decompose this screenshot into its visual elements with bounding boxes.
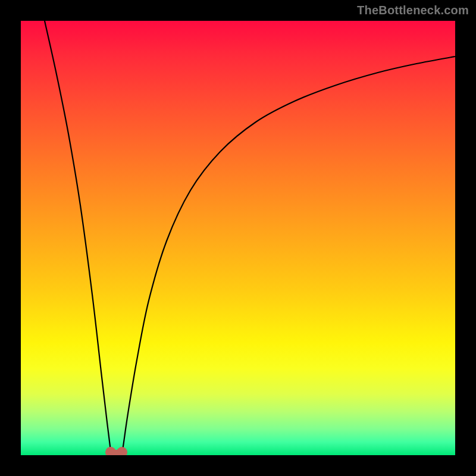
valley-marker [111, 452, 122, 455]
attribution-text: TheBottleneck.com [357, 4, 469, 17]
outer-frame: TheBottleneck.com [0, 0, 476, 476]
plot-area [21, 21, 455, 455]
curve-layer [21, 21, 455, 455]
curve-right-branch [122, 57, 455, 452]
curve-left-branch [45, 21, 111, 452]
